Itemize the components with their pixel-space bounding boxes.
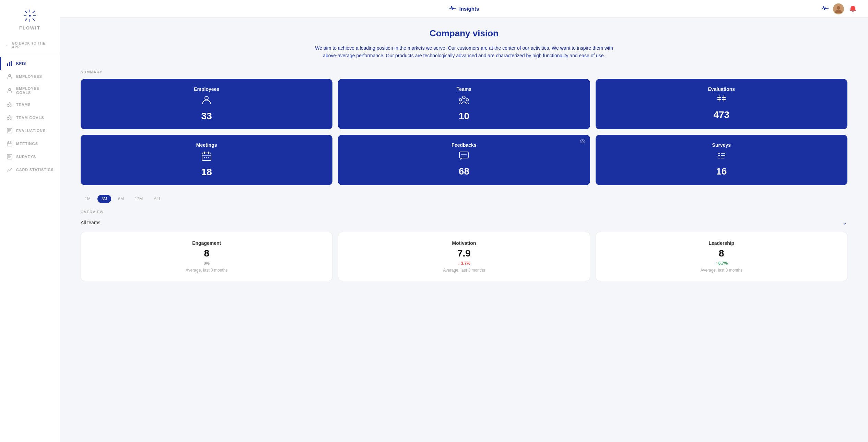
evaluations-card-value: 473 — [713, 109, 729, 120]
sidebar-item-card-statistics[interactable]: CARD STATISTICS — [0, 163, 60, 176]
meetings-card-icon — [201, 151, 212, 164]
overview-card-leadership[interactable]: Leadership 8 ↑ 6.7% Average, last 3 mont… — [596, 232, 847, 281]
overview-card-engagement[interactable]: Engagement 8 0% Average, last 3 months — [81, 232, 332, 281]
svg-point-0 — [29, 15, 31, 17]
summary-card-teams[interactable]: Teams 10 — [338, 79, 590, 129]
svg-point-34 — [205, 96, 208, 100]
summary-card-evaluations[interactable]: Evaluations 473 — [596, 79, 847, 129]
user-avatar[interactable] — [833, 3, 844, 14]
employee-goals-icon — [7, 87, 13, 94]
leadership-title: Leadership — [708, 240, 734, 246]
header: Insights — [60, 0, 868, 18]
feedbacks-card-value: 68 — [459, 166, 469, 177]
overview-section-label: OVERVIEW — [81, 210, 847, 214]
evaluations-card-icon — [716, 95, 727, 107]
svg-rect-53 — [459, 152, 468, 158]
go-back-button[interactable]: ← GO BACK TO THE APP — [0, 37, 60, 54]
svg-point-52 — [582, 140, 583, 142]
summary-card-employees[interactable]: Employees 33 — [81, 79, 332, 129]
engagement-title: Engagement — [192, 240, 221, 246]
header-title: Insights — [459, 6, 479, 12]
sidebar-item-employees[interactable]: EMPLOYEES — [0, 70, 60, 83]
team-goals-icon — [7, 115, 13, 121]
sidebar: FLOWIT ← GO BACK TO THE APP KPIS — [0, 0, 60, 442]
leadership-subtitle: Average, last 3 months — [701, 268, 743, 273]
card-statistics-icon — [7, 167, 13, 173]
teams-card-icon — [458, 95, 469, 108]
page-description: We aim to achieve a leading position in … — [310, 44, 619, 60]
sidebar-employee-goals-label: EMPLOYEE GOALS — [16, 86, 54, 95]
go-back-label: GO BACK TO THE APP — [12, 41, 54, 49]
teams-card-value: 10 — [459, 111, 469, 122]
svg-line-5 — [25, 11, 27, 13]
meetings-card-value: 18 — [201, 167, 212, 178]
time-filter-12m[interactable]: 12M — [131, 195, 147, 203]
flowit-logo-icon — [22, 8, 38, 24]
sidebar-item-meetings[interactable]: MEETINGS — [0, 137, 60, 150]
feedbacks-card-icon — [459, 151, 469, 163]
leadership-change: ↑ 6.7% — [715, 261, 728, 266]
summary-section-label: SUMMARY — [81, 70, 847, 74]
engagement-change: 0% — [203, 261, 209, 266]
header-pulse-right-icon — [821, 5, 829, 13]
svg-point-48 — [204, 157, 205, 158]
svg-point-49 — [206, 157, 207, 158]
overview-team-label: All teams — [81, 220, 101, 225]
teams-icon — [7, 101, 13, 108]
logo-text: FLOWIT — [19, 25, 40, 31]
time-filter-3m[interactable]: 3M — [97, 195, 112, 203]
time-filter-1m[interactable]: 1M — [81, 195, 95, 203]
main-area: Insights — [60, 0, 868, 442]
overview-card-motivation[interactable]: Motivation 7.9 ↓ 3.7% Average, last 3 mo… — [338, 232, 590, 281]
sidebar-nav: ← GO BACK TO THE APP KPIS EMPLOYEES — [0, 37, 60, 442]
meetings-card-title: Meetings — [196, 142, 217, 148]
header-actions — [821, 3, 858, 14]
motivation-title: Motivation — [452, 240, 476, 246]
summary-card-meetings[interactable]: Meetings 18 — [81, 135, 332, 185]
surveys-card-value: 16 — [716, 166, 727, 177]
summary-card-surveys[interactable]: Surveys 16 — [596, 135, 847, 185]
notification-bell-icon[interactable] — [848, 4, 858, 14]
svg-line-7 — [33, 11, 35, 13]
meetings-icon — [7, 141, 13, 147]
engagement-subtitle: Average, last 3 months — [186, 268, 228, 273]
summary-card-feedbacks[interactable]: Feedbacks 68 — [338, 135, 590, 185]
sidebar-item-team-goals[interactable]: TEAM GOALS — [0, 111, 60, 124]
overview-chevron-down-icon[interactable]: ⌄ — [842, 219, 847, 226]
header-pulse-icon — [449, 5, 457, 12]
time-filter-all[interactable]: ALL — [150, 195, 165, 203]
surveys-card-title: Surveys — [712, 142, 731, 148]
sidebar-evaluations-label: EVALUATIONS — [16, 129, 46, 133]
svg-point-35 — [462, 96, 465, 99]
sidebar-teams-label: TEAMS — [16, 103, 31, 107]
sidebar-item-kpis[interactable]: KPIS — [0, 57, 60, 70]
feedbacks-card-title: Feedbacks — [451, 142, 476, 148]
time-filter: 1M 3M 6M 12M ALL — [81, 195, 847, 203]
sidebar-card-statistics-label: CARD STATISTICS — [16, 168, 54, 172]
sidebar-item-evaluations[interactable]: EVALUATIONS — [0, 124, 60, 137]
time-filter-6m[interactable]: 6M — [114, 195, 128, 203]
surveys-card-icon — [716, 151, 727, 163]
overview-header: All teams ⌄ — [81, 219, 847, 226]
content-area: Company vision We aim to achieve a leadi… — [60, 18, 868, 442]
sidebar-item-teams[interactable]: TEAMS — [0, 98, 60, 111]
evaluations-icon — [7, 128, 13, 134]
svg-rect-24 — [7, 142, 12, 146]
engagement-value: 8 — [204, 248, 209, 259]
sidebar-surveys-label: SURVEYS — [16, 155, 36, 159]
sidebar-kpis-label: KPIS — [16, 61, 26, 65]
header-title-area: Insights — [449, 5, 479, 12]
summary-grid: Employees 33 Teams — [81, 79, 847, 185]
sidebar-meetings-label: MEETINGS — [16, 142, 38, 146]
svg-rect-44 — [202, 153, 211, 160]
employees-icon — [7, 73, 13, 80]
svg-point-16 — [11, 104, 12, 105]
overview-cards: Engagement 8 0% Average, last 3 months M… — [81, 232, 847, 281]
sidebar-item-surveys[interactable]: SURVEYS — [0, 150, 60, 163]
svg-point-15 — [7, 104, 9, 105]
logo-container: FLOWIT — [0, 0, 60, 37]
svg-line-8 — [25, 19, 27, 21]
employees-card-title: Employees — [194, 86, 219, 92]
sidebar-item-employee-goals[interactable]: EMPLOYEE GOALS — [0, 83, 60, 98]
svg-point-12 — [9, 74, 11, 76]
